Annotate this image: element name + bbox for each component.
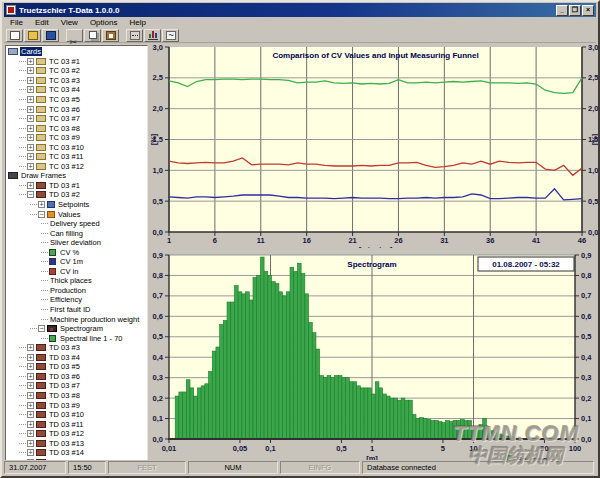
bar: [386, 396, 390, 439]
tree-item-td-03-9[interactable]: +TD 03 #9: [6, 400, 147, 410]
tree-item-tc-03-5[interactable]: +TC 03 #5: [6, 95, 147, 105]
tree-item-td-03-11[interactable]: +TD 03 #11: [6, 419, 147, 429]
tree-item-values[interactable]: −Values: [6, 209, 147, 219]
expand-icon[interactable]: +: [27, 134, 34, 141]
drawframe-icon: [36, 373, 46, 380]
tree-item-td-03-3[interactable]: +TD 03 #3: [6, 343, 147, 353]
new-button[interactable]: [6, 29, 23, 42]
tree-item-tc-03-7[interactable]: +TC 03 #7: [6, 114, 147, 124]
expand-icon[interactable]: +: [38, 201, 45, 208]
expand-icon[interactable]: +: [27, 144, 34, 151]
tree-item-td-03-4[interactable]: +TD 03 #4: [6, 353, 147, 363]
expand-icon[interactable]: +: [27, 182, 34, 189]
tree-item-tc-03-11[interactable]: +TC 03 #11: [6, 152, 147, 162]
tree-item-cards[interactable]: Cards: [6, 47, 147, 57]
expand-icon[interactable]: +: [27, 421, 34, 428]
expand-icon[interactable]: +: [27, 382, 34, 389]
close-button[interactable]: ×: [582, 5, 594, 16]
expand-icon[interactable]: +: [27, 440, 34, 447]
expand-icon[interactable]: +: [27, 402, 34, 409]
expand-icon[interactable]: +: [27, 392, 34, 399]
menu-item-view[interactable]: View: [55, 17, 84, 28]
title-bar[interactable]: Truetzschler T-Data 1.0.0.0 _ ❐ ×: [4, 3, 596, 17]
tree-item-tc-03-4[interactable]: +TC 03 #4: [6, 85, 147, 95]
tree-item-td-03-10[interactable]: +TD 03 #10: [6, 410, 147, 420]
menu-item-help[interactable]: Help: [123, 17, 151, 28]
tree-connector: [19, 166, 26, 167]
expand-icon[interactable]: +: [27, 449, 34, 456]
expand-icon[interactable]: +: [27, 354, 34, 361]
tree-item-td-03-8[interactable]: +TD 03 #8: [6, 391, 147, 401]
tree-item-spectrogram[interactable]: −Spectrogram: [6, 324, 147, 334]
x-tick-label: 0,5: [336, 444, 346, 453]
expand-icon[interactable]: +: [27, 86, 34, 93]
expand-icon[interactable]: +: [27, 430, 34, 437]
tree-item-tc-03-12[interactable]: +TC 03 #12: [6, 162, 147, 172]
navigation-tree[interactable]: Cards+TC 03 #1+TC 03 #2+TC 03 #3+TC 03 #…: [5, 45, 148, 462]
tree-item-efficiency[interactable]: Efficiency: [6, 295, 147, 305]
expand-icon[interactable]: +: [27, 67, 34, 74]
tree-item-tc-03-3[interactable]: +TC 03 #3: [6, 76, 147, 86]
tree-connector: [19, 156, 26, 157]
expand-icon[interactable]: +: [27, 58, 34, 65]
expand-icon[interactable]: +: [27, 96, 34, 103]
tree-item-tc-03-8[interactable]: +TC 03 #8: [6, 123, 147, 133]
tree-item-cv-in[interactable]: CV in: [6, 267, 147, 277]
tree-item-td-03-2[interactable]: −TD 03 #2: [6, 190, 147, 200]
save-button[interactable]: [42, 29, 59, 42]
tree-item-delivery-speed[interactable]: Delivery speed: [6, 219, 147, 229]
tree-item-spectral-line-1-70[interactable]: Spectral line 1 - 70: [6, 333, 147, 343]
collapse-icon[interactable]: −: [38, 325, 45, 332]
tree-item-label: TC 03 #8: [48, 124, 81, 133]
tree-item-machine-production-weight[interactable]: Machine production weight: [6, 314, 147, 324]
tree-item-td-03-13[interactable]: +TD 03 #13: [6, 438, 147, 448]
tree-item-first-fault-id[interactable]: First fault ID: [6, 305, 147, 315]
measure-button[interactable]: [126, 29, 143, 42]
menu-item-file[interactable]: File: [4, 17, 29, 28]
tree-item-tc-03-6[interactable]: +TC 03 #6: [6, 104, 147, 114]
tree-item-setpoints[interactable]: +Setpoints: [6, 200, 147, 210]
paste-button[interactable]: [102, 29, 119, 42]
tree-item-td-03-12[interactable]: +TD 03 #12: [6, 429, 147, 439]
expand-icon[interactable]: +: [27, 363, 34, 370]
collapse-icon[interactable]: −: [27, 191, 34, 198]
tree-item-tc-03-10[interactable]: +TC 03 #10: [6, 142, 147, 152]
tree-item-draw-frames[interactable]: Draw Frames: [6, 171, 147, 181]
tree-item-tc-03-2[interactable]: +TC 03 #2: [6, 66, 147, 76]
tree-item-tc-03-9[interactable]: +TC 03 #9: [6, 133, 147, 143]
collapse-icon[interactable]: −: [38, 211, 45, 218]
menu-item-options[interactable]: Options: [84, 17, 124, 28]
expand-icon[interactable]: +: [27, 163, 34, 170]
bar: [201, 386, 205, 439]
copy-button[interactable]: [84, 29, 101, 42]
tree-item-can-filling[interactable]: Can filling: [6, 228, 147, 238]
tree-item-tc-03-1[interactable]: +TC 03 #1: [6, 57, 147, 67]
expand-icon[interactable]: +: [27, 125, 34, 132]
tree-item-sliver-deviation[interactable]: Sliver deviation: [6, 238, 147, 248]
open-button[interactable]: [24, 29, 41, 42]
expand-icon[interactable]: +: [27, 106, 34, 113]
bar: [209, 372, 213, 439]
expand-icon[interactable]: +: [27, 373, 34, 380]
expand-icon[interactable]: +: [27, 153, 34, 160]
maximize-button[interactable]: ❐: [569, 5, 581, 16]
tree-item-td-03-1[interactable]: +TD 03 #1: [6, 181, 147, 191]
expand-icon[interactable]: +: [27, 411, 34, 418]
minimize-button[interactable]: _: [556, 5, 568, 16]
expand-icon[interactable]: +: [27, 77, 34, 84]
bar: [327, 376, 331, 439]
tree-item-cv-[interactable]: CV %: [6, 247, 147, 257]
tree-item-td-03-7[interactable]: +TD 03 #7: [6, 381, 147, 391]
tree-item-td-03-5[interactable]: +TD 03 #5: [6, 362, 147, 372]
tree-item-thick-places[interactable]: Thick places: [6, 276, 147, 286]
cut-button[interactable]: [66, 29, 83, 42]
menu-item-edit[interactable]: Edit: [29, 17, 55, 28]
tree-item-td-03-6[interactable]: +TD 03 #6: [6, 372, 147, 382]
tree-item-td-03-14[interactable]: +TD 03 #14: [6, 448, 147, 458]
expand-icon[interactable]: +: [27, 115, 34, 122]
expand-icon[interactable]: +: [27, 344, 34, 351]
y-tick-label: 0,5: [581, 332, 591, 341]
tree-item-production[interactable]: Production: [6, 286, 147, 296]
tree-item-cv-1m[interactable]: CV 1m: [6, 257, 147, 267]
y-tick-label: 0,9: [153, 251, 163, 260]
